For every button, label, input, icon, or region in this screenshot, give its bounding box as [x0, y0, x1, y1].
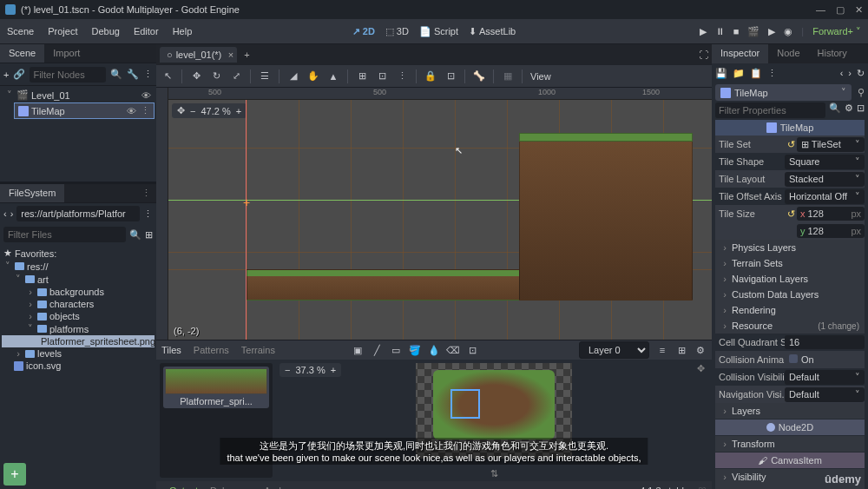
fs-root[interactable]: ˅res:// [2, 260, 155, 273]
prop-tileoffset[interactable]: Tile Offset Axis Horizontal Off˅ [715, 188, 865, 205]
tab-scene[interactable]: Scene [0, 44, 44, 63]
prop-tileset[interactable]: Tile Set ↺ ⊞ TileSet˅ [715, 135, 865, 153]
zoom-out-icon[interactable]: − [285, 365, 290, 375]
sort-icon[interactable]: ⇅ [490, 468, 498, 479]
document-tab[interactable]: ○ level_01(*) × [160, 47, 237, 63]
pause-icon[interactable]: ⏸ [715, 26, 725, 36]
mode-assetlib[interactable]: ⬇AssetLib [469, 26, 516, 37]
tab-import[interactable]: Import [44, 44, 89, 63]
scene-filter-input[interactable] [30, 67, 106, 83]
viewport-2d[interactable]: 500 500 1000 1500 ✥ − 47.2 % + [156, 88, 712, 340]
prop-tileshape[interactable]: Tile Shape Square˅ [715, 153, 865, 170]
search-icon[interactable]: 🔍 [110, 69, 122, 80]
renderer-select[interactable]: Forward+ ˅ [812, 26, 861, 37]
prop-tilesize-y[interactable]: y128px [715, 222, 865, 240]
tab-audio[interactable]: Aud [264, 486, 281, 489]
lock-icon[interactable]: 🔒 [424, 70, 437, 83]
add-button[interactable]: + [3, 463, 26, 486]
fs-file-icon[interactable]: icon.svg [2, 360, 155, 372]
scene-root-node[interactable]: ˅🎬 Level_01 👁 [2, 88, 155, 102]
class-canvasitem[interactable]: 🖌CanvasItem [715, 453, 865, 468]
paint-random-icon[interactable]: ⊡ [466, 344, 478, 356]
view-menu[interactable]: View [530, 71, 551, 82]
fs-favorites[interactable]: ★Favorites: [2, 247, 155, 260]
zoom-in-icon[interactable]: + [236, 106, 241, 116]
fs-path-input[interactable] [16, 206, 140, 221]
prop-collvis[interactable]: Collision Visibili... Default˅ [715, 368, 865, 386]
scene-tilemap-node[interactable]: TileMap 👁 ⋮ [14, 102, 155, 119]
paint-eraser-icon[interactable]: ⌫ [447, 344, 459, 356]
inspector-filter-input[interactable] [715, 102, 825, 118]
object-selector[interactable]: TileMap ˅ [715, 84, 852, 101]
lock-icon[interactable]: ⋮ [141, 105, 150, 116]
visibility-toggle-icon[interactable]: 👁 [141, 90, 151, 101]
add-tab-icon[interactable]: + [244, 50, 249, 60]
layer-select[interactable]: Layer 0 [579, 341, 649, 359]
prop-navvis[interactable]: Navigation Visi... Default˅ [715, 386, 865, 403]
tab-terrains[interactable]: Terrains [241, 345, 275, 355]
play-custom-icon[interactable]: ▶ [768, 26, 775, 37]
fs-folder-levels[interactable]: ›levels [2, 347, 155, 360]
pan-tool-icon[interactable]: ✋ [307, 70, 319, 83]
back-icon[interactable]: ‹ [3, 208, 7, 219]
snap-config-icon[interactable]: ⋮ [396, 70, 408, 83]
close-tab-icon[interactable]: × [228, 50, 233, 60]
zoom-out-icon[interactable]: − [190, 106, 195, 116]
mode-3d[interactable]: ⬚3D [385, 26, 409, 37]
menu-debug[interactable]: Debug [91, 26, 119, 36]
section-nav[interactable]: ›Navigation Layers [715, 271, 865, 287]
fs-folder-backgrounds[interactable]: ›backgrounds [2, 286, 155, 298]
more-icon[interactable]: ⋮ [143, 69, 153, 80]
options-icon[interactable]: ⚙ [694, 344, 707, 356]
tool-icon[interactable]: 🔧 [127, 69, 139, 80]
paint-bucket-icon[interactable]: 🪣 [409, 344, 421, 356]
mode-script[interactable]: 📄Script [419, 26, 458, 37]
forward-icon[interactable]: › [10, 208, 14, 219]
select-tool-icon[interactable]: ↖ [161, 70, 174, 83]
tab-inspector[interactable]: Inspector [712, 44, 768, 63]
heart-icon[interactable]: ♡ [698, 486, 707, 490]
menu-help[interactable]: Help [173, 26, 193, 36]
play-icon[interactable]: ▶ [700, 26, 707, 37]
back-icon[interactable]: ‹ [840, 68, 844, 79]
section-rendering[interactable]: ›Rendering [715, 302, 865, 318]
fs-folder-objects[interactable]: ›objects [2, 310, 155, 322]
move-tool-icon[interactable]: ✥ [190, 70, 202, 83]
paint-line-icon[interactable]: ╱ [371, 344, 383, 356]
ruler-tool-icon[interactable]: ◢ [287, 70, 299, 83]
split-icon[interactable]: ⊞ [145, 229, 153, 241]
fs-settings-icon[interactable]: ⋮ [143, 208, 153, 220]
instance-icon[interactable]: 🔗 [13, 69, 25, 80]
section-transform[interactable]: ›Transform [715, 436, 865, 452]
list-tool-icon[interactable]: ☰ [259, 70, 271, 83]
more-icon[interactable]: ⋮ [767, 68, 777, 79]
group-icon[interactable]: ⊡ [444, 70, 457, 83]
section-resource[interactable]: ›Resource(1 change) [715, 318, 865, 334]
highlight-layer-icon[interactable]: ≡ [656, 344, 668, 356]
fs-folder-art[interactable]: ˅art [2, 273, 155, 286]
distraction-free-icon[interactable]: ⛶ [699, 50, 708, 60]
play-scene-icon[interactable]: 🎬 [747, 26, 760, 37]
visibility-toggle-icon[interactable]: 👁 [126, 106, 136, 116]
scale-tool-icon[interactable]: ⤢ [230, 70, 242, 83]
bone-icon[interactable]: 🦴 [473, 70, 485, 83]
tab-patterns[interactable]: Patterns [194, 345, 229, 355]
menu-project[interactable]: Project [48, 26, 77, 36]
mode-2d[interactable]: ↗2D [352, 26, 375, 37]
prop-collanim[interactable]: Collision Anima... On [715, 351, 865, 368]
rotate-tool-icon[interactable]: ↻ [210, 70, 222, 83]
folder-icon[interactable]: 📁 [733, 68, 745, 79]
forward-icon[interactable]: › [848, 68, 852, 79]
tab-node[interactable]: Node [768, 44, 808, 63]
add-node-icon[interactable]: + [3, 69, 9, 80]
close-icon[interactable]: ✕ [855, 4, 863, 16]
copy-icon[interactable]: 📋 [750, 68, 762, 79]
fs-filter-input[interactable] [3, 227, 126, 242]
tab-debugger[interactable]: Debugger [210, 486, 252, 489]
snap-options-icon[interactable]: ⊡ [376, 70, 388, 83]
paint-picker-icon[interactable]: 💧 [428, 344, 440, 356]
prop-tilesize-x[interactable]: Tile Size ↺ x128px [715, 205, 865, 222]
fs-more-icon[interactable]: ⋮ [136, 184, 156, 202]
menu-scene[interactable]: Scene [7, 26, 34, 36]
tab-filesystem[interactable]: FileSystem [0, 184, 64, 202]
